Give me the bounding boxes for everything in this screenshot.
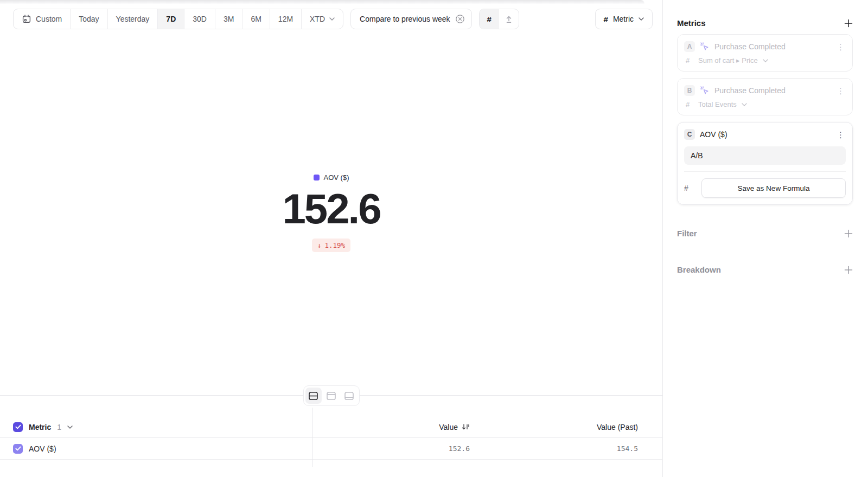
kpi-display: AOV ($) 152.6 ↓ 1.19%: [0, 30, 662, 395]
remove-compare-icon[interactable]: [455, 14, 465, 24]
arrow-down-icon: ↓: [317, 241, 322, 249]
chevron-down-icon: [639, 17, 644, 21]
breakdown-title: Breakdown: [677, 265, 721, 274]
breakdown-section-header: Breakdown: [677, 265, 853, 274]
date-range-yesterday[interactable]: Yesterday: [108, 9, 158, 29]
formula-metric-name[interactable]: AOV ($): [700, 130, 831, 139]
sheet-top-edge: [0, 0, 644, 4]
hash-icon: #: [686, 56, 693, 65]
metric-dropdown[interactable]: # Metric: [595, 9, 653, 29]
trend-view-toggle[interactable]: [499, 9, 519, 29]
date-range-12m[interactable]: 12M: [270, 9, 302, 29]
measure-label: Sum of cart ▸ Price: [698, 56, 758, 65]
layout-panel-top-button[interactable]: [323, 388, 340, 404]
metrics-title: Metrics: [677, 18, 706, 28]
add-filter-button[interactable]: [844, 229, 853, 238]
date-range-label: Custom: [36, 15, 62, 23]
metric-row-label: AOV ($): [29, 444, 56, 453]
filter-section-header: Filter: [677, 229, 853, 238]
measure-selector[interactable]: # Sum of cart ▸ Price: [684, 56, 846, 65]
add-breakdown-button[interactable]: [844, 266, 853, 274]
event-sparkle-cursor-icon: [700, 86, 710, 95]
layout-switcher: [303, 385, 360, 406]
metric-card-b: B Purchase Completed ⋮ # Total Events: [677, 78, 853, 115]
metric-group-header: Metric 1: [0, 422, 312, 432]
check-icon: [15, 446, 21, 451]
results-table: Metric 1 Value Value (Past): [0, 416, 663, 460]
layout-panel-bottom-button[interactable]: [341, 388, 358, 404]
hash-icon: #: [684, 184, 694, 192]
legend-item[interactable]: AOV ($): [314, 173, 349, 182]
metric-card-header: A Purchase Completed ⋮: [684, 41, 846, 52]
table-header-row: Metric 1 Value Value (Past): [0, 416, 663, 438]
metric-event-name[interactable]: Purchase Completed: [714, 86, 831, 95]
calendar-icon: [22, 14, 31, 24]
save-as-new-formula-button[interactable]: Save as New Formula: [701, 178, 846, 198]
chevron-down-icon: [329, 17, 335, 21]
metric-badge: C: [684, 129, 695, 140]
table-column-divider: [312, 408, 312, 467]
value-cell: 152.6: [449, 444, 470, 453]
value-view-toggle-group: #: [479, 9, 519, 29]
metric-group-label: Metric: [29, 423, 51, 431]
main-panel: Custom Today Yesterday 7D 30D 3M 6M 12M …: [0, 0, 663, 477]
plus-icon: [844, 229, 853, 238]
plus-icon: [844, 266, 853, 274]
metric-card-header: C AOV ($) ⋮: [684, 129, 846, 140]
toolbar: Custom Today Yesterday 7D 30D 3M 6M 12M …: [13, 9, 653, 29]
hash-icon: #: [604, 15, 608, 24]
hash-icon: #: [487, 15, 491, 24]
kpi-value: 152.6: [282, 187, 380, 231]
metric-dropdown-label: Metric: [613, 15, 634, 23]
metric-event-name[interactable]: Purchase Completed: [714, 42, 831, 51]
delta-badge: ↓ 1.19%: [312, 238, 350, 252]
date-range-6m[interactable]: 6M: [242, 9, 270, 29]
layout-panel-top-icon: [326, 391, 336, 401]
metric-card-c: C AOV ($) ⋮ A/B # Save as New Formula: [677, 122, 853, 205]
hash-icon: #: [686, 100, 693, 108]
metric-menu-button[interactable]: ⋮: [835, 42, 846, 52]
chevron-down-icon: [763, 59, 768, 62]
metric-card-header: B Purchase Completed ⋮: [684, 85, 846, 96]
legend-label: AOV ($): [324, 173, 349, 182]
metric-badge: A: [684, 41, 695, 52]
select-all-checkbox[interactable]: [13, 422, 23, 432]
formula-actions: # Save as New Formula: [684, 178, 846, 198]
metric-menu-button[interactable]: ⋮: [835, 86, 846, 96]
table-row: AOV ($) 152.6 154.5: [0, 438, 663, 460]
metric-card-a: A Purchase Completed ⋮ # Sum of cart ▸ P…: [677, 34, 853, 72]
date-range-group: Custom Today Yesterday 7D 30D 3M 6M 12M …: [13, 9, 343, 29]
legend-color-swatch: [314, 175, 320, 181]
date-range-7d[interactable]: 7D: [158, 9, 184, 29]
date-range-xtd[interactable]: XTD: [302, 9, 343, 29]
measure-label: Total Events: [698, 100, 737, 108]
measure-selector[interactable]: # Total Events: [684, 100, 846, 108]
row-checkbox[interactable]: [13, 444, 23, 454]
value-past-cell: 154.5: [617, 444, 638, 453]
metric-row-cell: AOV ($): [0, 444, 312, 454]
value-column-header[interactable]: Value: [439, 423, 470, 431]
delta-value: 1.19%: [324, 241, 345, 249]
layout-split-button[interactable]: [305, 388, 322, 404]
layout-split-icon: [308, 391, 318, 401]
date-range-custom[interactable]: Custom: [14, 9, 71, 29]
chevron-down-icon[interactable]: [67, 426, 73, 429]
card-divider: [684, 171, 846, 172]
number-view-toggle[interactable]: #: [480, 9, 499, 29]
metric-menu-button[interactable]: ⋮: [835, 130, 846, 140]
add-metric-button[interactable]: [844, 19, 853, 28]
date-range-3m[interactable]: 3M: [215, 9, 242, 29]
compare-chip[interactable]: Compare to previous week: [350, 9, 472, 29]
formula-input[interactable]: A/B: [684, 146, 846, 165]
compare-chip-label: Compare to previous week: [360, 15, 450, 23]
check-icon: [15, 424, 21, 429]
date-range-today[interactable]: Today: [71, 9, 107, 29]
arrow-up-from-line-icon: [504, 14, 514, 24]
date-range-30d[interactable]: 30D: [184, 9, 215, 29]
chevron-down-icon: [742, 103, 747, 106]
metric-badge: B: [684, 85, 695, 96]
sort-descending-icon: [462, 423, 470, 430]
metric-group-count: 1: [57, 423, 61, 431]
filter-title: Filter: [677, 229, 697, 238]
value-past-column-header[interactable]: Value (Past): [597, 423, 638, 431]
